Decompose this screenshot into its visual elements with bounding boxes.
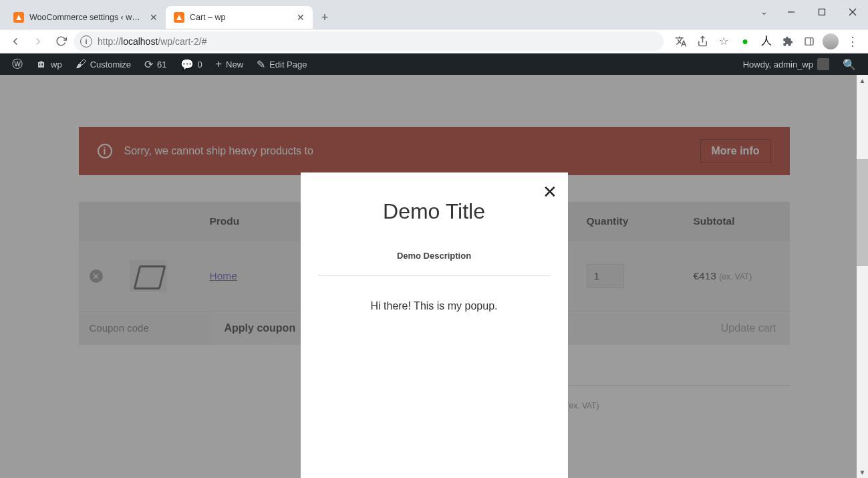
update-icon: ⟳ — [144, 58, 153, 71]
maximize-button[interactable] — [807, 0, 837, 24]
extension-icons: ☆ ● 人 ⋮ — [666, 32, 863, 51]
scroll-up-arrow[interactable]: ▲ — [857, 75, 868, 86]
comments-count: 0 — [198, 59, 202, 70]
comment-icon: 💬 — [180, 58, 194, 71]
customize-link[interactable]: 🖌Customize — [69, 53, 138, 75]
xampp-icon — [174, 12, 184, 23]
translate-icon[interactable] — [672, 32, 690, 51]
scroll-down-arrow[interactable]: ▼ — [857, 467, 868, 478]
bookmark-icon[interactable]: ☆ — [714, 32, 733, 51]
wordpress-icon: ⓦ — [12, 57, 23, 72]
address-bar[interactable]: i http://localhost/wp/cart-2/# — [74, 31, 664, 51]
popup-close-button[interactable]: ✕ — [543, 182, 557, 203]
wp-admin-bar: ⓦ 🏠︎wp 🖌Customize ⟳61 💬0 +New ✎Edit Page… — [0, 53, 868, 75]
new-label: New — [226, 59, 243, 70]
popup-divider — [318, 275, 551, 276]
forward-button[interactable] — [28, 31, 48, 51]
browser-toolbar: i http://localhost/wp/cart-2/# ☆ ● 人 ⋮ — [0, 29, 868, 53]
site-name[interactable]: 🏠︎wp — [29, 53, 69, 75]
edit-page-link[interactable]: ✎Edit Page — [250, 53, 313, 75]
minimize-button[interactable] — [776, 0, 807, 24]
close-window-button[interactable] — [837, 0, 868, 24]
svg-rect-1 — [819, 9, 825, 15]
howdy-label: Howdy, admin_wp — [743, 59, 813, 70]
search-icon: 🔍 — [843, 58, 856, 71]
home-icon: 🏠︎ — [36, 58, 47, 70]
tab-woocommerce-settings[interactable]: WooCommerce settings ‹ wp — \ ✕ — [5, 6, 166, 29]
updates-link[interactable]: ⟳61 — [138, 53, 173, 75]
extension-green-icon[interactable]: ● — [736, 32, 754, 51]
customize-label: Customize — [90, 59, 131, 70]
tab-title: WooCommerce settings ‹ wp — \ — [29, 13, 144, 22]
scroll-thumb[interactable] — [857, 159, 868, 266]
updates-count: 61 — [157, 59, 166, 70]
vertical-scrollbar[interactable]: ▲ ▼ — [857, 75, 868, 478]
window-controls — [776, 0, 868, 24]
share-icon[interactable] — [693, 32, 712, 51]
howdy-user[interactable]: Howdy, admin_wp — [736, 53, 836, 75]
popup-title: Demo Title — [318, 199, 551, 224]
user-avatar-icon — [817, 58, 829, 70]
chrome-menu-icon[interactable]: ⋮ — [843, 34, 863, 49]
browser-titlebar: WooCommerce settings ‹ wp — \ ✕ Cart – w… — [0, 0, 868, 29]
back-button[interactable] — [5, 31, 25, 51]
plus-icon: + — [216, 58, 222, 70]
site-label: wp — [51, 59, 62, 70]
sidepanel-icon[interactable] — [800, 32, 819, 51]
popup-body: Hi there! This is my popup. — [318, 300, 551, 312]
chevron-down-icon[interactable]: ⌄ — [760, 7, 768, 17]
demo-popup: ✕ Demo Title Demo Description Hi there! … — [301, 172, 568, 478]
xampp-icon — [13, 12, 24, 23]
popup-description: Demo Description — [318, 251, 551, 261]
tab-title: Cart – wp — [190, 13, 291, 22]
extensions-icon[interactable] — [778, 32, 797, 51]
close-icon[interactable]: ✕ — [150, 12, 158, 23]
tab-cart[interactable]: Cart – wp ✕ — [166, 6, 313, 29]
brush-icon: 🖌 — [76, 58, 86, 70]
edit-label: Edit Page — [269, 59, 307, 70]
browser-tabs: WooCommerce settings ‹ wp — \ ✕ Cart – w… — [0, 0, 334, 29]
svg-rect-5 — [805, 37, 813, 45]
admin-search[interactable]: 🔍 — [836, 53, 863, 75]
reload-button[interactable] — [51, 31, 71, 51]
wp-logo[interactable]: ⓦ — [5, 53, 29, 75]
close-icon[interactable]: ✕ — [297, 12, 305, 23]
pencil-icon: ✎ — [257, 58, 265, 71]
adobe-pdf-icon[interactable]: 人 — [757, 32, 776, 51]
url-text: http://localhost/wp/cart-2/# — [98, 36, 206, 47]
profile-avatar[interactable] — [821, 32, 840, 51]
new-tab-button[interactable]: + — [315, 8, 334, 27]
site-info-icon[interactable]: i — [80, 35, 92, 47]
comments-link[interactable]: 💬0 — [174, 53, 209, 75]
page-viewport: i Sorry, we cannot ship heavy products t… — [0, 75, 868, 478]
new-content-link[interactable]: +New — [209, 53, 250, 75]
